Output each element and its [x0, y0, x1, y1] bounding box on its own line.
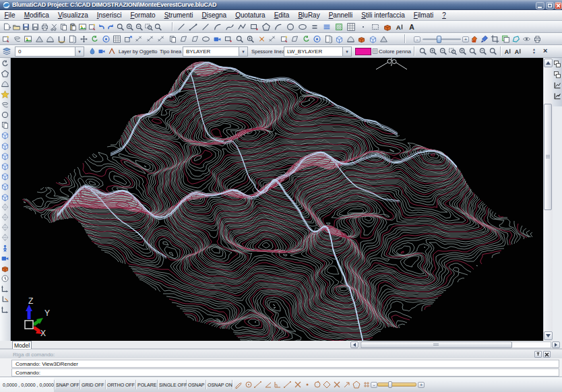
- svg-text:Y: Y: [44, 308, 50, 318]
- svg-text:X: X: [40, 329, 46, 337]
- svg-text:A: A: [396, 23, 401, 30]
- svg-text:A: A: [409, 22, 414, 30]
- svg-text:Z: Z: [28, 296, 33, 306]
- svg-text:A: A: [505, 48, 509, 55]
- svg-text:A: A: [515, 48, 520, 55]
